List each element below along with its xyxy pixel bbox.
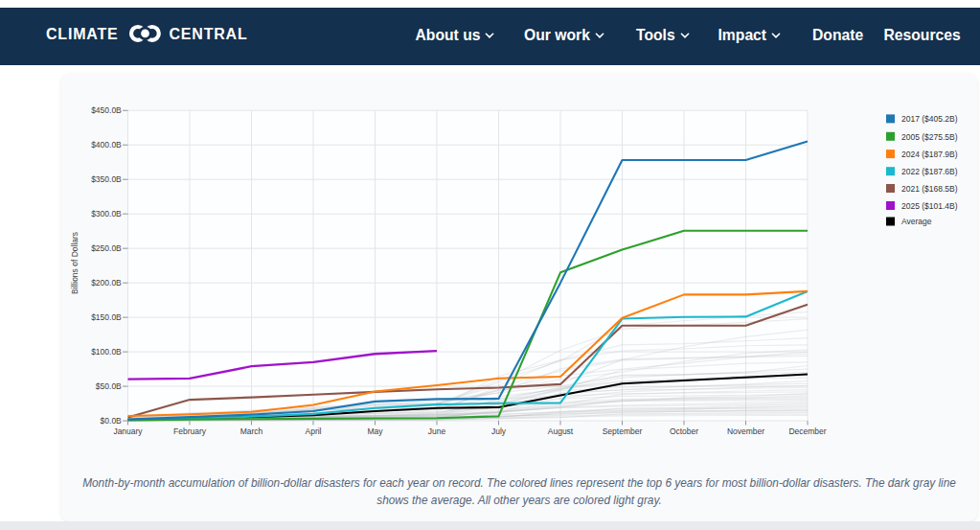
svg-text:May: May xyxy=(367,426,383,436)
svg-text:$300.0B: $300.0B xyxy=(91,209,122,219)
svg-text:$250.0B: $250.0B xyxy=(91,243,122,253)
svg-text:June: June xyxy=(428,426,446,436)
svg-text:2024 ($187.9B): 2024 ($187.9B) xyxy=(901,150,958,159)
svg-text:July: July xyxy=(491,426,507,436)
svg-text:April: April xyxy=(305,426,321,436)
svg-text:August: August xyxy=(548,426,574,436)
svg-text:$400.0B: $400.0B xyxy=(91,140,122,150)
svg-text:2025 ($101.4B): 2025 ($101.4B) xyxy=(901,201,958,211)
svg-text:2022 ($187.6B): 2022 ($187.6B) xyxy=(901,167,958,176)
svg-text:October: October xyxy=(670,426,698,436)
svg-text:December: December xyxy=(788,426,826,436)
svg-text:2017 ($405.2B): 2017 ($405.2B) xyxy=(901,114,958,124)
svg-text:Average: Average xyxy=(901,217,932,226)
svg-text:February: February xyxy=(173,426,207,436)
svg-text:September: September xyxy=(603,426,643,436)
svg-text:March: March xyxy=(240,426,263,436)
svg-text:November: November xyxy=(727,426,764,436)
svg-text:$0.0B: $0.0B xyxy=(101,416,123,426)
svg-text:$350.0B: $350.0B xyxy=(91,174,122,184)
svg-text:$150.0B: $150.0B xyxy=(91,312,122,322)
svg-text:2005 ($275.5B): 2005 ($275.5B) xyxy=(901,132,958,142)
svg-text:Billions of Dollars: Billions of Dollars xyxy=(70,232,80,294)
svg-text:$50.0B: $50.0B xyxy=(96,381,122,391)
svg-text:$200.0B: $200.0B xyxy=(91,278,122,288)
svg-text:$450.0B: $450.0B xyxy=(91,105,122,115)
svg-text:$100.0B: $100.0B xyxy=(91,347,122,357)
svg-text:2021 ($168.5B): 2021 ($168.5B) xyxy=(901,184,958,194)
svg-text:January: January xyxy=(113,426,143,436)
